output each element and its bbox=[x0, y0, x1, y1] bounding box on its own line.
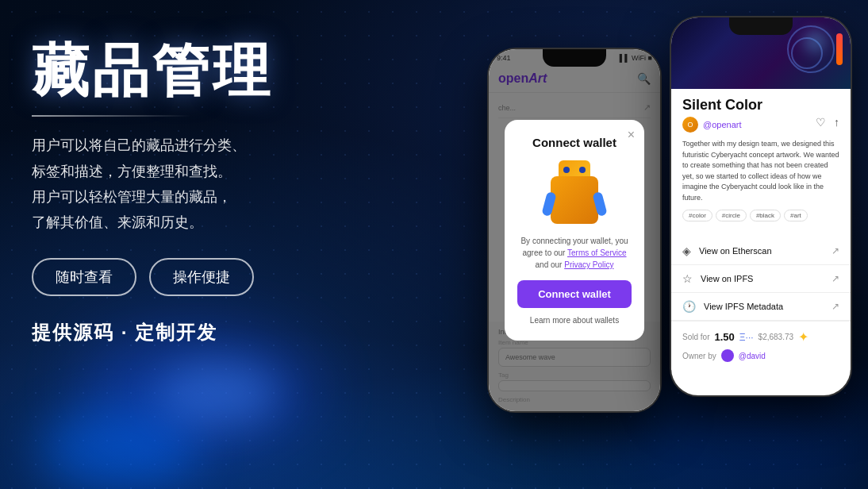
tag-color[interactable]: #color bbox=[682, 210, 712, 221]
action-row-ipfs[interactable]: ☆ View on IPFS ↗ bbox=[671, 265, 851, 293]
tag-button-1[interactable]: 随时查看 bbox=[32, 258, 136, 296]
left-panel: 藏品管理 用户可以将自己的藏品进行分类、 标签和描述，方便整理和查找。 用户可以… bbox=[32, 40, 413, 345]
main-title: 藏品管理 bbox=[32, 40, 413, 102]
tag-list: #color #circle #black #art bbox=[682, 210, 839, 221]
art-description: Together with my design team, we designe… bbox=[682, 139, 839, 203]
modal-description: By connecting your wallet, you agree to … bbox=[517, 235, 632, 271]
art-glow bbox=[803, 29, 827, 53]
learn-more-text: Learn more about wallets bbox=[517, 316, 632, 325]
owner-avatar bbox=[721, 349, 734, 362]
tag-circle[interactable]: #circle bbox=[716, 210, 747, 221]
light-streak-2 bbox=[40, 410, 198, 489]
title-divider bbox=[32, 115, 190, 117]
robot-arm-right bbox=[592, 191, 607, 217]
action-row-metadata[interactable]: 🕐 View IPFS Metadata ↗ bbox=[671, 293, 851, 321]
sold-row: Sold for 1.50 Ξ··· $2,683.73 ✦ bbox=[682, 329, 839, 345]
star-icon: ✦ bbox=[798, 329, 808, 345]
metadata-label: View IPFS Metadata bbox=[704, 302, 832, 311]
phone-2: ♡ ↑ Silent Color O @openart Together wit… bbox=[670, 16, 852, 397]
ipfs-icon: ☆ bbox=[682, 272, 693, 285]
usd-amount: $2,683.73 bbox=[759, 333, 794, 341]
privacy-link[interactable]: Privacy Policy bbox=[564, 260, 613, 269]
phones-container: 9:41 ▌▌ WiFi ■ openArt 🔍 che... ↗ bbox=[487, 16, 852, 413]
phone-2-notch bbox=[729, 17, 793, 35]
author-handle[interactable]: @openart bbox=[703, 120, 741, 129]
etherscan-icon: ◈ bbox=[682, 244, 691, 257]
tag-black[interactable]: #black bbox=[750, 210, 781, 221]
art-light-element bbox=[836, 33, 843, 65]
sold-label: Sold for bbox=[682, 333, 709, 341]
metadata-arrow-icon: ↗ bbox=[832, 301, 839, 312]
sale-info: Sold for 1.50 Ξ··· $2,683.73 ✦ Owner by … bbox=[671, 321, 851, 370]
share-icon[interactable]: ↑ bbox=[834, 116, 839, 129]
owner-label: Owner by bbox=[682, 352, 716, 360]
ipfs-arrow-icon: ↗ bbox=[832, 273, 839, 284]
ipfs-label: View on IPFS bbox=[701, 274, 832, 283]
eth-amount: 1.50 bbox=[714, 331, 734, 343]
desc-line-2: 标签和描述，方便整理和查找。 bbox=[32, 159, 413, 184]
robot-illustration bbox=[543, 160, 606, 224]
phone-2-screen: ♡ ↑ Silent Color O @openart Together wit… bbox=[671, 17, 851, 395]
desc-line-4: 了解其价值、来源和历史。 bbox=[32, 210, 413, 235]
action-row-etherscan[interactable]: ◈ View on Etherscan ↗ bbox=[671, 237, 851, 265]
top-action-icons: ♡ ↑ bbox=[816, 116, 839, 129]
terms-link[interactable]: Terms of Service bbox=[567, 248, 626, 257]
phone-2-content: ♡ ↑ Silent Color O @openart Together wit… bbox=[671, 89, 851, 237]
robot-eye-left bbox=[563, 167, 570, 173]
modal-overlay: × Connect wallet By bbox=[489, 49, 660, 411]
owner-name[interactable]: @david bbox=[739, 352, 766, 360]
tag-button-2[interactable]: 操作便捷 bbox=[149, 258, 254, 296]
connect-wallet-modal: × Connect wallet By bbox=[505, 120, 644, 341]
owner-row: Owner by @david bbox=[682, 349, 839, 362]
description: 用户可以将自己的藏品进行分类、 标签和描述，方便整理和查找。 用户可以轻松管理大… bbox=[32, 133, 413, 236]
eth-icon: Ξ··· bbox=[739, 332, 754, 343]
robot-body bbox=[551, 176, 598, 224]
tags-row: 随时查看 操作便捷 bbox=[32, 258, 413, 296]
desc-line-3: 用户可以轻松管理大量的藏品， bbox=[32, 184, 413, 210]
heart-icon[interactable]: ♡ bbox=[816, 116, 826, 129]
etherscan-arrow-icon: ↗ bbox=[832, 245, 839, 256]
art-title: Silent Color bbox=[682, 97, 839, 114]
modal-title: Connect wallet bbox=[517, 136, 632, 149]
robot-eye-right bbox=[579, 167, 586, 173]
bottom-cta: 提供源码 · 定制开发 bbox=[32, 320, 413, 345]
metadata-icon: 🕐 bbox=[682, 300, 696, 313]
light-streak-3 bbox=[159, 362, 278, 425]
modal-close-button[interactable]: × bbox=[628, 128, 635, 142]
avatar-icon: O bbox=[687, 121, 693, 129]
connect-wallet-button[interactable]: Connect wallet bbox=[517, 280, 632, 308]
phone-1-screen: 9:41 ▌▌ WiFi ■ openArt 🔍 che... ↗ bbox=[489, 49, 660, 411]
desc-line-1: 用户可以将自己的藏品进行分类、 bbox=[32, 133, 413, 158]
tag-art[interactable]: #art bbox=[784, 210, 808, 221]
phone-1: 9:41 ▌▌ WiFi ■ openArt 🔍 che... ↗ bbox=[487, 48, 662, 413]
author-avatar: O bbox=[682, 117, 698, 133]
robot-arm-left bbox=[541, 191, 556, 217]
etherscan-label: View on Etherscan bbox=[699, 246, 832, 256]
